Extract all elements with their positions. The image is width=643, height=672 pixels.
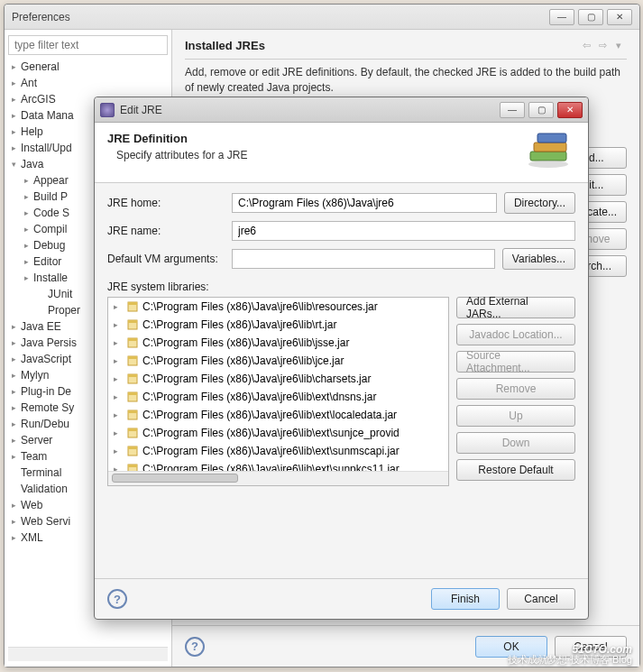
tree-item-label: Remote Sy (21, 401, 74, 414)
library-row[interactable]: C:\Program Files (x86)\Java\jre6\lib\jce… (108, 352, 448, 370)
dialog-titlebar[interactable]: Edit JRE — ▢ ✕ (95, 97, 588, 123)
down-button[interactable]: Down (456, 432, 575, 454)
svg-rect-13 (128, 374, 137, 377)
expand-arrow-icon[interactable] (114, 428, 123, 437)
dialog-minimize-button[interactable]: — (500, 102, 525, 118)
expand-arrow-icon[interactable] (12, 517, 21, 526)
close-button[interactable]: ✕ (607, 9, 632, 25)
expand-arrow-icon[interactable] (12, 436, 21, 445)
restore-default-button[interactable]: Restore Default (456, 459, 575, 481)
library-row[interactable]: C:\Program Files (x86)\Java\jre6\lib\ext… (108, 406, 448, 424)
expand-arrow-icon[interactable] (24, 273, 33, 282)
expand-arrow-icon[interactable] (24, 208, 33, 217)
source-attachment-button[interactable]: Source Attachment... (456, 351, 575, 373)
library-path: C:\Program Files (x86)\Java\jre6\lib\ext… (142, 445, 400, 457)
expand-arrow-icon[interactable] (12, 501, 21, 510)
expand-arrow-icon[interactable] (12, 78, 21, 87)
dialog-subheader: Specify attributes for a JRE (116, 149, 525, 161)
library-row[interactable]: C:\Program Files (x86)\Java\jre6\lib\ext… (108, 388, 448, 406)
expand-arrow-icon[interactable] (12, 111, 21, 120)
tree-item-label: Installe (33, 272, 68, 284)
library-remove-button[interactable]: Remove (456, 378, 575, 400)
dialog-close-button[interactable]: ✕ (557, 102, 583, 118)
expand-arrow-icon[interactable] (24, 241, 33, 250)
preferences-titlebar[interactable]: Preferences — ▢ ✕ (5, 5, 639, 30)
library-row[interactable]: C:\Program Files (x86)\Java\jre6\lib\res… (108, 298, 448, 316)
expand-arrow-icon[interactable] (24, 225, 33, 234)
expand-arrow-icon[interactable] (114, 446, 123, 456)
expand-arrow-icon[interactable] (24, 257, 33, 266)
expand-arrow-icon[interactable] (12, 387, 21, 396)
minimize-button[interactable]: — (549, 9, 574, 25)
preferences-title: Preferences (12, 11, 546, 23)
vm-args-input[interactable] (232, 249, 495, 269)
expand-arrow-icon[interactable] (12, 127, 21, 136)
tree-item[interactable]: Ant (8, 75, 168, 91)
expand-arrow-icon[interactable] (12, 160, 21, 169)
svg-rect-0 (530, 152, 566, 161)
javadoc-location-button[interactable]: Javadoc Location... (456, 324, 575, 345)
up-button[interactable]: Up (456, 405, 575, 427)
tree-item-label: Install/Upd (21, 142, 72, 154)
jar-icon (126, 318, 139, 331)
expand-arrow-icon[interactable] (114, 392, 123, 401)
dialog-help-icon[interactable]: ? (107, 589, 127, 609)
ok-button[interactable]: OK (475, 636, 547, 658)
expand-arrow-icon[interactable] (114, 410, 123, 419)
tree-item-label: Ant (21, 77, 37, 89)
expand-arrow-icon[interactable] (12, 419, 21, 428)
tree-scrollbar[interactable] (8, 647, 168, 661)
expand-arrow-icon[interactable] (12, 452, 21, 461)
library-row[interactable]: C:\Program Files (x86)\Java\jre6\lib\rt.… (108, 316, 448, 334)
jre-name-input[interactable] (232, 221, 575, 241)
expand-arrow-icon[interactable] (114, 338, 123, 347)
edit-jre-dialog: Edit JRE — ▢ ✕ JRE Definition Specify at… (94, 97, 589, 620)
maximize-button[interactable]: ▢ (578, 9, 603, 25)
expand-arrow-icon[interactable] (24, 192, 33, 201)
forward-icon[interactable]: ⇨ (594, 37, 611, 53)
expand-arrow-icon[interactable] (12, 354, 21, 364)
library-path: C:\Program Files (x86)\Java\jre6\lib\ext… (142, 427, 400, 439)
expand-arrow-icon[interactable] (12, 143, 21, 152)
library-row[interactable]: C:\Program Files (x86)\Java\jre6\lib\ext… (108, 424, 448, 442)
directory-button[interactable]: Directory... (504, 192, 575, 214)
cancel-button[interactable]: Cancel (555, 636, 627, 658)
dialog-cancel-button[interactable]: Cancel (507, 588, 575, 610)
dropdown-icon[interactable]: ▾ (611, 37, 627, 53)
library-path: C:\Program Files (x86)\Java\jre6\lib\rt.… (142, 318, 336, 331)
expand-arrow-icon[interactable] (114, 302, 123, 311)
expand-arrow-icon[interactable] (114, 356, 123, 365)
svg-rect-23 (128, 465, 137, 467)
tree-item-label: XML (21, 531, 43, 544)
expand-arrow-icon[interactable] (12, 371, 21, 380)
svg-rect-17 (128, 410, 137, 413)
library-row[interactable]: C:\Program Files (x86)\Java\jre6\lib\ext… (108, 442, 448, 460)
expand-arrow-icon[interactable] (12, 322, 21, 331)
jar-icon (126, 373, 139, 385)
expand-arrow-icon[interactable] (12, 95, 21, 104)
library-scrollbar[interactable] (108, 471, 448, 485)
jar-icon (126, 336, 139, 349)
library-row[interactable]: C:\Program Files (x86)\Java\jre6\lib\cha… (108, 370, 448, 388)
tree-item-label: Data Mana (21, 109, 74, 122)
tree-item-label: Editor (33, 255, 61, 268)
expand-arrow-icon[interactable] (12, 533, 21, 542)
expand-arrow-icon[interactable] (12, 62, 21, 71)
expand-arrow-icon[interactable] (12, 338, 21, 347)
expand-arrow-icon[interactable] (114, 374, 123, 383)
library-row[interactable]: C:\Program Files (x86)\Java\jre6\lib\jss… (108, 334, 448, 352)
variables-button[interactable]: Variables... (502, 248, 575, 270)
finish-button[interactable]: Finish (431, 588, 500, 610)
library-list[interactable]: C:\Program Files (x86)\Java\jre6\lib\res… (107, 297, 449, 486)
tree-item[interactable]: General (8, 59, 168, 75)
sys-libs-label: JRE system libraries: (107, 281, 575, 293)
help-icon[interactable]: ? (185, 637, 205, 657)
dialog-maximize-button[interactable]: ▢ (528, 102, 554, 118)
filter-input[interactable] (8, 35, 168, 55)
expand-arrow-icon[interactable] (12, 403, 21, 412)
add-external-jars-button[interactable]: Add External JARs... (456, 297, 575, 318)
expand-arrow-icon[interactable] (24, 176, 33, 185)
expand-arrow-icon[interactable] (114, 320, 123, 329)
back-icon[interactable]: ⇦ (578, 37, 594, 53)
jre-home-input[interactable] (232, 193, 497, 213)
